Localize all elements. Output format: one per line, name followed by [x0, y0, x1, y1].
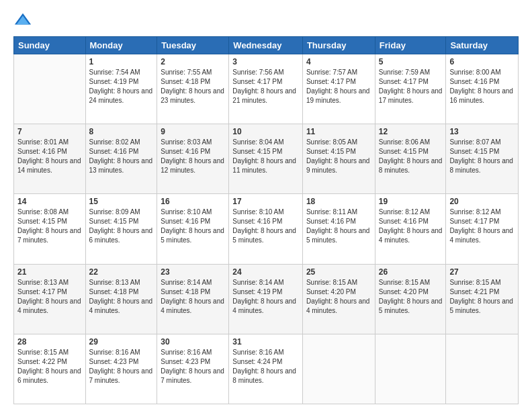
calendar-cell: 10Sunrise: 8:04 AMSunset: 4:15 PMDayligh… — [229, 124, 303, 194]
calendar-header-friday: Friday — [375, 37, 446, 54]
day-info: Sunrise: 8:00 AMSunset: 4:16 PMDaylight:… — [449, 68, 515, 105]
calendar-cell: 24Sunrise: 8:14 AMSunset: 4:19 PMDayligh… — [229, 264, 303, 334]
day-info: Sunrise: 8:05 AMSunset: 4:15 PMDaylight:… — [306, 138, 371, 175]
day-number: 7 — [17, 127, 82, 136]
day-number: 15 — [89, 197, 154, 206]
calendar-week-4: 28Sunrise: 8:15 AMSunset: 4:22 PMDayligh… — [14, 334, 519, 404]
calendar-header-tuesday: Tuesday — [157, 37, 229, 54]
calendar-week-3: 21Sunrise: 8:13 AMSunset: 4:17 PMDayligh… — [14, 264, 519, 334]
calendar-cell: 17Sunrise: 8:10 AMSunset: 4:16 PMDayligh… — [229, 194, 303, 264]
day-info: Sunrise: 8:15 AMSunset: 4:22 PMDaylight:… — [17, 348, 82, 385]
calendar-cell — [14, 54, 86, 124]
day-number: 16 — [161, 197, 225, 206]
day-number: 25 — [306, 267, 371, 277]
calendar-cell: 4Sunrise: 7:57 AMSunset: 4:17 PMDaylight… — [302, 54, 375, 124]
calendar-cell: 12Sunrise: 8:06 AMSunset: 4:15 PMDayligh… — [375, 124, 446, 194]
day-number: 22 — [89, 267, 154, 277]
calendar-cell: 6Sunrise: 8:00 AMSunset: 4:16 PMDaylight… — [446, 54, 519, 124]
calendar-cell: 29Sunrise: 8:16 AMSunset: 4:23 PMDayligh… — [85, 334, 157, 404]
calendar-cell: 1Sunrise: 7:54 AMSunset: 4:19 PMDaylight… — [85, 54, 157, 124]
day-info: Sunrise: 8:01 AMSunset: 4:16 PMDaylight:… — [17, 138, 82, 175]
calendar-cell: 7Sunrise: 8:01 AMSunset: 4:16 PMDaylight… — [14, 124, 86, 194]
day-info: Sunrise: 7:56 AMSunset: 4:17 PMDaylight:… — [232, 68, 299, 105]
day-info: Sunrise: 8:11 AMSunset: 4:16 PMDaylight:… — [306, 208, 371, 245]
day-number: 17 — [232, 197, 299, 206]
day-info: Sunrise: 8:06 AMSunset: 4:15 PMDaylight:… — [379, 138, 443, 175]
calendar-cell: 9Sunrise: 8:03 AMSunset: 4:16 PMDaylight… — [157, 124, 229, 194]
calendar-week-2: 14Sunrise: 8:08 AMSunset: 4:15 PMDayligh… — [14, 194, 519, 264]
day-info: Sunrise: 8:14 AMSunset: 4:19 PMDaylight:… — [232, 278, 299, 316]
day-info: Sunrise: 7:54 AMSunset: 4:19 PMDaylight:… — [89, 68, 154, 105]
day-number: 31 — [232, 337, 299, 347]
day-info: Sunrise: 8:14 AMSunset: 4:18 PMDaylight:… — [161, 278, 225, 316]
day-info: Sunrise: 8:16 AMSunset: 4:23 PMDaylight:… — [89, 348, 154, 385]
day-number: 9 — [161, 127, 225, 136]
calendar-header-sunday: Sunday — [14, 37, 86, 54]
day-number: 5 — [379, 57, 443, 66]
calendar-cell: 21Sunrise: 8:13 AMSunset: 4:17 PMDayligh… — [14, 264, 86, 334]
day-info: Sunrise: 8:03 AMSunset: 4:16 PMDaylight:… — [161, 138, 225, 175]
day-info: Sunrise: 7:59 AMSunset: 4:17 PMDaylight:… — [379, 68, 443, 105]
day-info: Sunrise: 8:12 AMSunset: 4:17 PMDaylight:… — [449, 208, 515, 245]
day-number: 13 — [449, 127, 515, 136]
day-info: Sunrise: 8:15 AMSunset: 4:21 PMDaylight:… — [449, 278, 515, 316]
day-info: Sunrise: 8:09 AMSunset: 4:15 PMDaylight:… — [89, 208, 154, 245]
calendar-cell: 18Sunrise: 8:11 AMSunset: 4:16 PMDayligh… — [302, 194, 375, 264]
calendar-cell: 22Sunrise: 8:13 AMSunset: 4:18 PMDayligh… — [85, 264, 157, 334]
day-number: 11 — [306, 127, 371, 136]
day-info: Sunrise: 8:10 AMSunset: 4:16 PMDaylight:… — [161, 208, 225, 245]
calendar: SundayMondayTuesdayWednesdayThursdayFrid… — [13, 36, 519, 404]
calendar-cell: 31Sunrise: 8:16 AMSunset: 4:24 PMDayligh… — [229, 334, 303, 404]
day-number: 21 — [17, 267, 82, 277]
day-number: 23 — [161, 267, 225, 277]
calendar-week-1: 7Sunrise: 8:01 AMSunset: 4:16 PMDaylight… — [14, 124, 519, 194]
calendar-cell: 16Sunrise: 8:10 AMSunset: 4:16 PMDayligh… — [157, 194, 229, 264]
calendar-cell: 3Sunrise: 7:56 AMSunset: 4:17 PMDaylight… — [229, 54, 303, 124]
day-info: Sunrise: 8:08 AMSunset: 4:15 PMDaylight:… — [17, 208, 82, 245]
day-info: Sunrise: 8:13 AMSunset: 4:17 PMDaylight:… — [17, 278, 82, 316]
calendar-cell: 8Sunrise: 8:02 AMSunset: 4:16 PMDaylight… — [85, 124, 157, 194]
day-info: Sunrise: 8:02 AMSunset: 4:16 PMDaylight:… — [89, 138, 154, 175]
day-number: 24 — [232, 267, 299, 277]
calendar-header-thursday: Thursday — [302, 37, 375, 54]
day-info: Sunrise: 8:15 AMSunset: 4:20 PMDaylight:… — [379, 278, 443, 316]
day-info: Sunrise: 8:16 AMSunset: 4:24 PMDaylight:… — [232, 348, 299, 385]
day-info: Sunrise: 8:16 AMSunset: 4:23 PMDaylight:… — [161, 348, 225, 385]
day-number: 4 — [306, 57, 371, 66]
day-info: Sunrise: 8:10 AMSunset: 4:16 PMDaylight:… — [232, 208, 299, 245]
day-number: 3 — [232, 57, 299, 66]
day-number: 14 — [17, 197, 82, 206]
calendar-week-0: 1Sunrise: 7:54 AMSunset: 4:19 PMDaylight… — [14, 54, 519, 124]
calendar-cell: 25Sunrise: 8:15 AMSunset: 4:20 PMDayligh… — [302, 264, 375, 334]
logo-icon — [13, 11, 32, 30]
day-info: Sunrise: 7:55 AMSunset: 4:18 PMDaylight:… — [161, 68, 225, 105]
calendar-cell: 19Sunrise: 8:12 AMSunset: 4:16 PMDayligh… — [375, 194, 446, 264]
day-number: 8 — [89, 127, 154, 136]
calendar-cell — [446, 334, 519, 404]
calendar-cell — [302, 334, 375, 404]
day-number: 29 — [89, 337, 154, 347]
day-number: 2 — [161, 57, 225, 66]
calendar-cell: 15Sunrise: 8:09 AMSunset: 4:15 PMDayligh… — [85, 194, 157, 264]
day-info: Sunrise: 8:12 AMSunset: 4:16 PMDaylight:… — [379, 208, 443, 245]
day-number: 1 — [89, 57, 154, 66]
day-info: Sunrise: 8:04 AMSunset: 4:15 PMDaylight:… — [232, 138, 299, 175]
day-info: Sunrise: 8:15 AMSunset: 4:20 PMDaylight:… — [306, 278, 371, 316]
header — [13, 11, 519, 30]
day-number: 19 — [379, 197, 443, 206]
day-number: 20 — [449, 197, 515, 206]
calendar-header-row: SundayMondayTuesdayWednesdayThursdayFrid… — [14, 37, 519, 54]
calendar-cell: 26Sunrise: 8:15 AMSunset: 4:20 PMDayligh… — [375, 264, 446, 334]
day-number: 30 — [161, 337, 225, 347]
calendar-cell: 2Sunrise: 7:55 AMSunset: 4:18 PMDaylight… — [157, 54, 229, 124]
day-number: 10 — [232, 127, 299, 136]
calendar-cell: 13Sunrise: 8:07 AMSunset: 4:15 PMDayligh… — [446, 124, 519, 194]
calendar-cell: 11Sunrise: 8:05 AMSunset: 4:15 PMDayligh… — [302, 124, 375, 194]
logo — [13, 11, 35, 30]
calendar-cell: 20Sunrise: 8:12 AMSunset: 4:17 PMDayligh… — [446, 194, 519, 264]
day-number: 18 — [306, 197, 371, 206]
calendar-header-saturday: Saturday — [446, 37, 519, 54]
calendar-header-monday: Monday — [85, 37, 157, 54]
calendar-cell — [375, 334, 446, 404]
page: SundayMondayTuesdayWednesdayThursdayFrid… — [0, 0, 532, 411]
